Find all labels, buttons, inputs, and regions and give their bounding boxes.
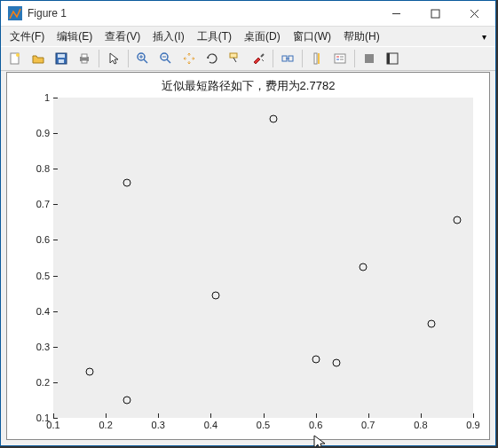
menu-tools[interactable]: 工具(T) <box>192 28 237 46</box>
svg-point-6 <box>16 53 20 57</box>
data-point <box>454 216 462 224</box>
svg-rect-2 <box>431 10 439 18</box>
y-tick-label: 0.7 <box>36 199 50 209</box>
menu-edit[interactable]: 编辑(E) <box>51 28 98 46</box>
toolbar-sep <box>302 50 303 67</box>
svg-rect-25 <box>314 53 317 64</box>
menu-help[interactable]: 帮助(H) <box>338 28 385 46</box>
toolbar-sep <box>99 50 99 67</box>
y-tick-mark <box>53 347 58 348</box>
pan-button[interactable] <box>178 48 200 69</box>
open-button[interactable] <box>28 48 49 69</box>
print-button[interactable] <box>74 48 95 69</box>
data-point <box>123 396 130 404</box>
y-tick-label: 0.8 <box>36 163 50 174</box>
menu-bar: 文件(F) 编辑(E) 查看(V) 插入(I) 工具(T) 桌面(D) 窗口(W… <box>1 27 495 46</box>
svg-rect-12 <box>82 60 87 63</box>
colorbar-button[interactable] <box>306 48 328 69</box>
title-bar: Figure 1 <box>1 1 495 27</box>
svg-rect-26 <box>318 53 320 64</box>
x-tick-mark <box>368 413 369 418</box>
y-tick-mark <box>53 418 58 419</box>
menu-overflow-icon[interactable]: ▾ <box>482 32 492 42</box>
data-point <box>86 367 94 375</box>
x-tick-mark <box>53 413 54 418</box>
minimize-button[interactable] <box>376 1 415 26</box>
x-tick-label: 0.3 <box>152 420 165 430</box>
y-tick-mark <box>53 204 58 205</box>
x-tick-mark <box>421 413 422 418</box>
brush-button[interactable] <box>248 48 269 69</box>
svg-rect-32 <box>365 54 374 63</box>
svg-line-21 <box>261 54 264 57</box>
data-point <box>123 179 130 187</box>
zoom-in-button[interactable] <box>132 48 154 69</box>
svg-rect-27 <box>335 54 345 63</box>
rotate-button[interactable] <box>202 48 223 69</box>
svg-rect-11 <box>82 54 87 58</box>
svg-rect-9 <box>59 59 64 63</box>
data-point <box>333 358 341 366</box>
svg-line-18 <box>167 59 170 63</box>
x-tick-label: 0.4 <box>204 420 217 430</box>
y-tick-mark <box>53 382 58 383</box>
x-tick-mark <box>106 413 107 418</box>
svg-rect-8 <box>58 54 65 58</box>
y-tick-mark <box>53 311 58 312</box>
y-tick-mark <box>53 133 58 134</box>
x-tick-label: 0.8 <box>414 420 427 430</box>
show-tools-button[interactable] <box>382 48 403 69</box>
hide-tools-button[interactable] <box>359 48 380 69</box>
x-tick-mark <box>473 413 474 418</box>
toolbar-sep <box>354 50 355 67</box>
y-tick-mark <box>53 98 58 98</box>
data-point <box>312 355 320 363</box>
data-cursor-button[interactable] <box>225 48 246 69</box>
y-tick-mark <box>53 276 58 277</box>
y-tick-label: 0.9 <box>36 128 50 138</box>
window-title: Figure 1 <box>28 7 376 20</box>
y-tick-label: 0.4 <box>36 306 50 317</box>
toolbar <box>1 46 495 71</box>
x-tick-label: 0.1 <box>46 420 59 430</box>
y-tick-mark <box>53 240 58 240</box>
svg-rect-20 <box>230 53 237 58</box>
mouse-cursor-icon <box>313 435 328 446</box>
plot-canvas[interactable]: 近似最短路径如下，费用为2.7782 0.10.20.30.40.50.60.7… <box>6 72 490 440</box>
link-button[interactable] <box>277 48 298 69</box>
y-tick-label: 0.6 <box>36 234 50 245</box>
x-tick-label: 0.2 <box>99 420 112 430</box>
menu-insert[interactable]: 插入(I) <box>147 28 189 46</box>
x-tick-mark <box>316 413 317 418</box>
menu-file[interactable]: 文件(F) <box>4 28 50 46</box>
data-point <box>212 291 220 299</box>
x-tick-mark <box>210 413 211 418</box>
data-point <box>427 319 435 327</box>
toolbar-sep <box>273 50 273 67</box>
menu-view[interactable]: 查看(V) <box>99 28 146 46</box>
menu-window[interactable]: 窗口(W) <box>288 28 336 46</box>
y-tick-label: 1 <box>44 92 50 103</box>
menu-desktop[interactable]: 桌面(D) <box>239 28 286 46</box>
close-button[interactable] <box>455 1 494 26</box>
maximize-button[interactable] <box>415 1 455 26</box>
y-tick-label: 0.2 <box>36 377 50 388</box>
svg-line-14 <box>144 59 147 63</box>
x-tick-label: 0.9 <box>466 420 479 430</box>
data-point <box>359 263 367 271</box>
app-icon <box>8 6 22 20</box>
x-tick-label: 0.5 <box>257 420 270 430</box>
axes[interactable]: 0.10.20.30.40.50.60.70.80.910.10.20.30.4… <box>53 98 473 418</box>
x-tick-label: 0.7 <box>361 420 375 430</box>
y-tick-label: 0.3 <box>36 342 50 352</box>
x-tick-label: 0.6 <box>309 420 322 430</box>
legend-button[interactable] <box>329 48 351 69</box>
x-tick-mark <box>264 413 265 418</box>
zoom-out-button[interactable] <box>155 48 177 69</box>
chart-title: 近似最短路径如下，费用为2.7782 <box>7 78 489 94</box>
new-figure-button[interactable] <box>4 48 26 69</box>
pointer-button[interactable] <box>103 48 124 69</box>
x-tick-mark <box>158 413 159 418</box>
toolbar-sep <box>128 50 129 67</box>
save-button[interactable] <box>51 48 72 69</box>
